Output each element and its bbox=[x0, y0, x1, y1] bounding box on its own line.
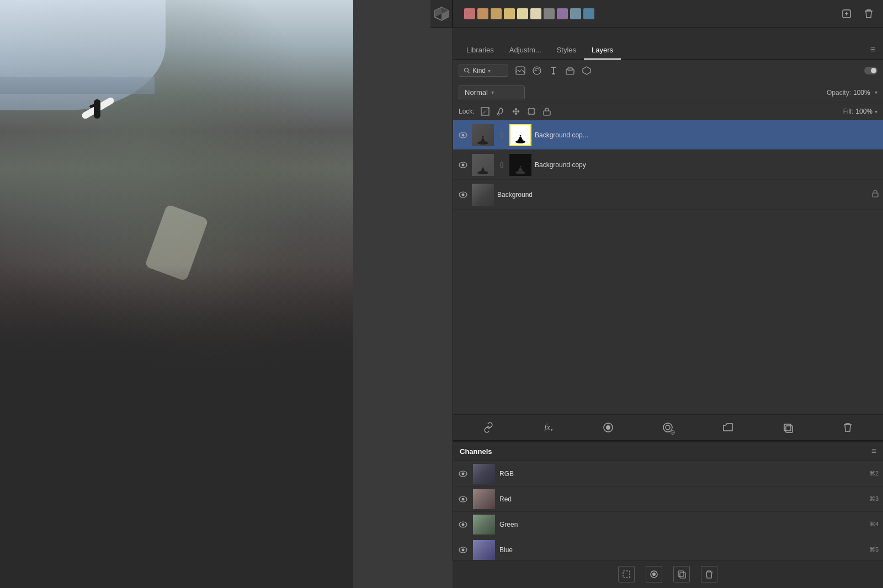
svg-point-29 bbox=[666, 425, 670, 430]
new-group-icon[interactable] bbox=[720, 419, 736, 436]
color-chip[interactable] bbox=[504, 8, 515, 19]
svg-rect-45 bbox=[678, 571, 684, 576]
delete-channel-icon[interactable] bbox=[701, 566, 717, 582]
canvas-area bbox=[0, 0, 453, 588]
lock-image-icon[interactable] bbox=[494, 105, 507, 117]
tab-libraries[interactable]: Libraries bbox=[459, 41, 502, 60]
layer-link-icon[interactable] bbox=[497, 157, 506, 173]
layer-thumbnail bbox=[472, 154, 494, 176]
filter-icons bbox=[514, 64, 593, 77]
color-chip[interactable] bbox=[530, 8, 541, 19]
color-chip[interactable] bbox=[464, 8, 475, 19]
filter-image-icon[interactable] bbox=[514, 64, 527, 77]
lock-artboard-icon[interactable] bbox=[525, 105, 538, 117]
link-layers-icon[interactable] bbox=[480, 419, 497, 436]
color-chip[interactable] bbox=[557, 8, 568, 19]
layer-item[interactable]: Background cop... bbox=[453, 120, 883, 150]
channel-thumbnail-red bbox=[473, 489, 495, 509]
svg-point-35 bbox=[462, 498, 465, 500]
channels-title: Channels bbox=[460, 447, 492, 456]
layer-content-icon bbox=[476, 133, 490, 145]
opacity-value[interactable]: 100% bbox=[853, 89, 873, 97]
lock-all-icon[interactable] bbox=[541, 105, 553, 117]
channel-thumbnail-blue bbox=[473, 540, 495, 560]
layer-item[interactable]: Background bbox=[453, 180, 883, 210]
channel-shortcut: ⌘2 bbox=[869, 470, 879, 477]
lock-position-icon[interactable] bbox=[510, 105, 522, 117]
copy-to-libraries-icon[interactable] bbox=[838, 5, 855, 23]
tab-adjustments[interactable]: Adjustm... bbox=[502, 41, 549, 60]
svg-rect-46 bbox=[680, 573, 685, 578]
channel-name: RGB bbox=[499, 470, 865, 478]
layer-thumbnail bbox=[472, 124, 494, 146]
opacity-section: Opacity: 100% ▾ bbox=[827, 89, 877, 97]
tab-styles[interactable]: Styles bbox=[549, 41, 584, 60]
delete-layer-icon[interactable] bbox=[839, 419, 856, 436]
svg-point-33 bbox=[462, 472, 465, 475]
layer-mask-thumbnail[interactable] bbox=[509, 124, 531, 146]
canvas-image bbox=[0, 0, 353, 375]
layer-visibility-toggle[interactable] bbox=[458, 159, 469, 170]
layer-actions: fx ▾ ▾ bbox=[453, 414, 883, 441]
new-channel-icon[interactable] bbox=[673, 566, 690, 582]
filter-row: Kind ▾ bbox=[453, 60, 883, 82]
search-icon bbox=[464, 67, 470, 74]
blend-mode-dropdown[interactable]: Normal ▾ bbox=[459, 85, 525, 99]
layer-mask-thumbnail[interactable] bbox=[509, 154, 531, 176]
svg-rect-31 bbox=[786, 426, 792, 432]
layer-item[interactable]: Background copy bbox=[453, 150, 883, 180]
tab-layers[interactable]: Layers bbox=[584, 41, 621, 60]
channel-item-red[interactable]: Red ⌘3 bbox=[453, 487, 883, 512]
channel-item-green[interactable]: Green ⌘4 bbox=[453, 512, 883, 537]
channel-visibility-toggle[interactable] bbox=[458, 494, 469, 505]
kind-dropdown[interactable]: Kind ▾ bbox=[459, 65, 508, 77]
svg-rect-30 bbox=[784, 424, 791, 431]
load-channel-selection-icon[interactable] bbox=[618, 566, 635, 582]
layer-visibility-toggle[interactable] bbox=[458, 189, 469, 200]
layer-visibility-toggle[interactable] bbox=[458, 130, 469, 141]
filter-smartobj-icon[interactable] bbox=[580, 64, 593, 77]
filter-toggle[interactable] bbox=[864, 67, 877, 74]
svg-point-37 bbox=[462, 523, 465, 526]
svg-point-16 bbox=[462, 133, 465, 136]
right-panel: Libraries Adjustm... Styles Layers ≡ Kin… bbox=[453, 0, 883, 588]
lock-transparent-icon[interactable] bbox=[479, 105, 491, 117]
svg-point-20 bbox=[462, 163, 465, 166]
channel-item-blue[interactable]: Blue ⌘5 bbox=[453, 537, 883, 563]
opacity-dropdown[interactable]: ▾ bbox=[875, 89, 877, 95]
layers-panel: Kind ▾ bbox=[453, 60, 883, 588]
color-chip[interactable] bbox=[491, 8, 502, 19]
filter-text-icon[interactable] bbox=[547, 64, 560, 77]
delete-icon[interactable] bbox=[860, 5, 877, 23]
channel-item-rgb[interactable]: RGB ⌘2 bbox=[453, 461, 883, 487]
new-layer-icon[interactable] bbox=[779, 419, 796, 436]
channel-visibility-toggle[interactable] bbox=[458, 519, 469, 530]
panel-menu-icon[interactable]: ≡ bbox=[868, 40, 877, 59]
color-chip[interactable] bbox=[583, 8, 594, 19]
filter-shape-icon[interactable] bbox=[563, 64, 577, 77]
svg-point-44 bbox=[652, 573, 656, 576]
filter-adjustment-icon[interactable] bbox=[530, 64, 544, 77]
save-selection-as-channel-icon[interactable] bbox=[646, 566, 662, 582]
channel-shortcut: ⌘3 bbox=[869, 495, 879, 503]
dropdown-arrow: ▾ bbox=[488, 68, 491, 74]
channel-visibility-toggle[interactable] bbox=[458, 468, 469, 479]
layer-link-icon[interactable] bbox=[497, 127, 506, 143]
fill-dropdown[interactable]: ▾ bbox=[875, 109, 877, 115]
fill-section: Fill: 100% ▾ bbox=[843, 108, 877, 115]
color-chip[interactable] bbox=[477, 8, 488, 19]
layer-content-icon bbox=[476, 163, 490, 175]
color-chip[interactable] bbox=[570, 8, 581, 19]
channel-visibility-toggle[interactable] bbox=[458, 544, 469, 555]
fill-value[interactable]: 100% bbox=[855, 108, 873, 115]
color-chip[interactable] bbox=[544, 8, 555, 19]
channel-shortcut: ⌘4 bbox=[869, 521, 879, 528]
channel-actions-bar bbox=[453, 560, 883, 588]
channels-menu-icon[interactable]: ≡ bbox=[871, 446, 876, 456]
adjustment-icon[interactable] bbox=[600, 419, 616, 436]
channel-thumbnail-green bbox=[473, 515, 495, 534]
fx-icon[interactable]: fx ▾ bbox=[540, 419, 557, 436]
mask-icon[interactable]: ▾ bbox=[659, 419, 676, 436]
layer-name: Background cop... bbox=[535, 131, 879, 139]
color-chip[interactable] bbox=[517, 8, 528, 19]
